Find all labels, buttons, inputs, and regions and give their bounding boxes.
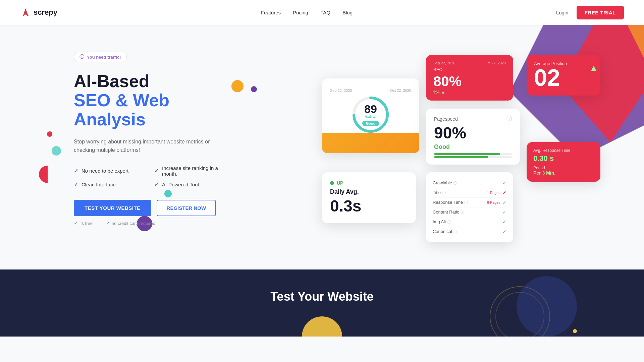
- bottom-circle-yellow: [302, 316, 342, 337]
- feature-1: ✓ No need to be expert: [74, 165, 141, 177]
- cta-buttons: TEST YOUR WEBSITE REGISTER NOW: [74, 200, 221, 216]
- progress-bar-row-1: [434, 153, 512, 155]
- hero-visuals: Sep 22, 2020 Oct 22, 2020 89 %4 ▲ Good O…: [295, 38, 644, 269]
- response-time-label: Response Time ⓘ: [433, 200, 468, 205]
- bottom-circle-gold: [573, 329, 577, 333]
- logo-text: screpy: [34, 8, 57, 17]
- response-label: Avg. Response Time: [533, 148, 594, 153]
- title-pages: 1 Pages: [487, 191, 500, 195]
- crawlable-label: Crawlable ⓘ: [433, 180, 457, 186]
- info-icon: ⓘ: [79, 54, 84, 60]
- date-from: Sep 22, 2020: [330, 88, 352, 93]
- bottom-title: Test Your Website: [0, 290, 644, 304]
- pagespeed-value: 90%: [434, 124, 512, 142]
- register-button[interactable]: REGISTER NOW: [157, 200, 216, 216]
- feature-label-2: Increase site ranking in a month.: [162, 165, 221, 177]
- free-trial-button[interactable]: FREE TRIAL: [577, 6, 624, 19]
- daily-label: Daily Avg.: [330, 188, 408, 195]
- progress-bar-row-2: [434, 156, 512, 158]
- hero-content: ⓘ You need traffic! AI-Based SEO & Web A…: [0, 25, 221, 246]
- checklist-img-alt: Img Alt ⓘ ✓: [433, 217, 506, 227]
- pagespeed-label: Pagespeed: [434, 116, 458, 122]
- checklist-canonical: Canonical ⓘ ✓: [433, 227, 506, 236]
- checklist-card: Crawlable ⓘ ✓ Title ⓘ 1 Pages ✗ Response…: [426, 172, 513, 242]
- bottom-circle-blue: [517, 276, 577, 337]
- hero-section: ⓘ You need traffic! AI-Based SEO & Web A…: [0, 25, 644, 269]
- traffic-badge: ⓘ You need traffic!: [74, 52, 127, 62]
- hero-description: Stop worrying about missing important we…: [74, 137, 221, 155]
- progress-bar-fill-1: [434, 153, 500, 155]
- cta-notes: ✓ its free ✓ no credit card required: [74, 221, 221, 226]
- navbar-links: Features Pricing FAQ Blog: [261, 10, 353, 15]
- note-check-1: ✓: [74, 221, 77, 226]
- seo-date-header: Sep 22, 2020 Oct 22, 2020: [433, 61, 506, 65]
- health-card: Sep 22, 2020 Oct 22, 2020 89 %4 ▲ Good O…: [322, 78, 419, 153]
- test-website-button[interactable]: TEST YOUR WEBSITE: [74, 200, 151, 216]
- feature-label-3: Clean Interface: [82, 182, 116, 187]
- avg-pos-value: 02: [534, 66, 593, 89]
- navbar: screpy Features Pricing FAQ Blog Login F…: [0, 0, 644, 25]
- note-free: its free: [79, 221, 93, 226]
- response-pages: 6 Pages: [487, 200, 500, 204]
- progress-bar-fill-2: [434, 156, 488, 158]
- pagespeed-status: Good: [434, 143, 512, 150]
- health-card-bg: [322, 133, 419, 153]
- nav-blog[interactable]: Blog: [342, 10, 353, 15]
- nav-pricing[interactable]: Pricing: [293, 10, 308, 15]
- health-score-number: 89: [362, 103, 379, 115]
- title-label: Title ⓘ: [433, 190, 446, 195]
- logo[interactable]: screpy: [20, 7, 57, 18]
- logo-icon: [20, 7, 31, 18]
- pagespeed-progress: [434, 153, 512, 158]
- checklist-response-time: Response Time ⓘ 6 Pages ✓: [433, 198, 506, 207]
- title-cross: ✗: [502, 190, 506, 195]
- health-change: %4 ▲: [362, 115, 379, 119]
- health-score: 89 %4 ▲ Good: [362, 103, 379, 126]
- crawlable-check: ✓: [502, 180, 506, 186]
- feature-2: ✓ Increase site ranking in a month.: [154, 165, 221, 177]
- bottom-section: Test Your Website: [0, 269, 644, 337]
- pagespeed-info-icon: ⓘ: [506, 115, 512, 122]
- feature-4: ✓ AI-Powered Tool: [154, 181, 221, 188]
- nav-faq[interactable]: FAQ: [320, 10, 330, 15]
- features-grid: ✓ No need to be expert ✓ Increase site r…: [74, 165, 221, 188]
- health-badge: Good: [362, 121, 379, 126]
- checklist-content-ratio: Content Ratio ⓘ ✓: [433, 207, 506, 217]
- feature-label-1: No need to be expert: [82, 168, 128, 174]
- health-circle: 89 %4 ▲ Good: [351, 95, 391, 135]
- seo-change-value: %4 ▲: [433, 89, 445, 95]
- feature-label-4: AI-Powered Tool: [162, 182, 199, 187]
- seo-label: SEO: [433, 67, 506, 72]
- date-to: Oct 22, 2020: [390, 88, 411, 93]
- deco-circle-orange: [231, 80, 244, 92]
- note-card: no credit card required: [112, 221, 155, 226]
- response-check: ✓: [502, 200, 506, 205]
- canonical-check: ✓: [502, 229, 506, 234]
- note-check-2: ✓: [106, 221, 110, 226]
- seo-change: %4 ▲: [433, 89, 506, 95]
- check-icon-2: ✓: [154, 168, 159, 174]
- triangle-icon: [590, 65, 597, 72]
- check-icon-1: ✓: [74, 168, 78, 174]
- checklist-title: Title ⓘ 1 Pages ✗: [433, 188, 506, 198]
- content-ratio-check: ✓: [502, 209, 506, 215]
- img-alt-check: ✓: [502, 219, 506, 225]
- period-label: Period: [533, 166, 594, 170]
- hero-title-line2: SEO & Web Analysis: [74, 91, 221, 129]
- response-value: 0.30 s: [533, 154, 594, 163]
- content-ratio-label: Content Ratio ⓘ: [433, 209, 464, 215]
- seo-card: Sep 22, 2020 Oct 22, 2020 SEO 80% %4 ▲: [426, 55, 513, 101]
- daily-value: 0.3s: [330, 197, 408, 215]
- canonical-label: Canonical ⓘ: [433, 229, 457, 234]
- avg-pos-card: Average Position 02: [527, 55, 600, 96]
- period-value: Per 3 Min.: [533, 170, 594, 176]
- login-button[interactable]: Login: [556, 10, 569, 15]
- check-icon-3: ✓: [74, 181, 78, 188]
- hero-title-line1: AI-Based: [74, 72, 221, 91]
- badge-text: You need traffic!: [87, 55, 121, 60]
- date-header: Sep 22, 2020 Oct 22, 2020: [330, 88, 411, 93]
- nav-features[interactable]: Features: [261, 10, 281, 15]
- pagespeed-header: Pagespeed ⓘ: [434, 115, 512, 122]
- checklist-crawlable: Crawlable ⓘ ✓: [433, 178, 506, 188]
- feature-3: ✓ Clean Interface: [74, 181, 141, 188]
